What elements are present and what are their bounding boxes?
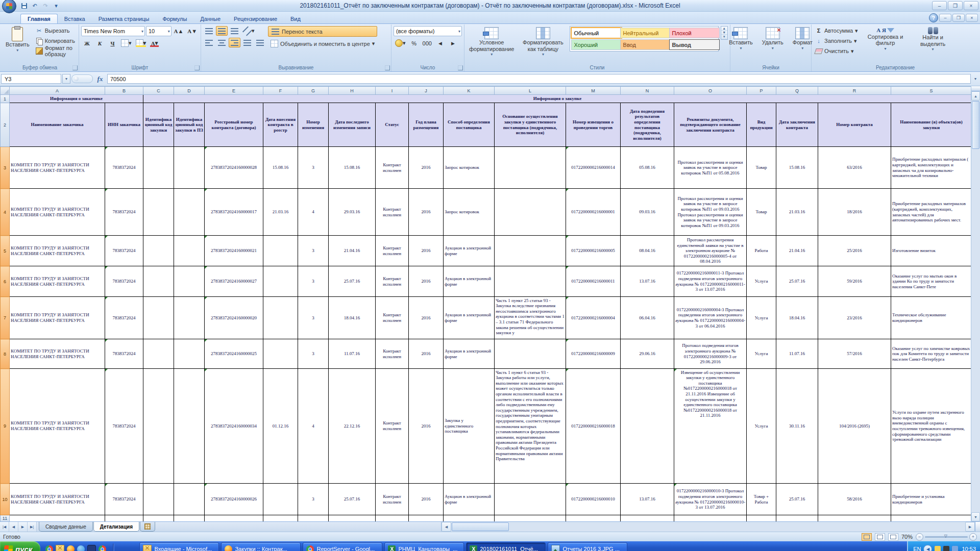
table-cell[interactable]: 15.08.16 bbox=[329, 147, 376, 189]
table-cell[interactable]: 7838372024 bbox=[105, 147, 143, 189]
copy-button[interactable]: Копировать bbox=[34, 36, 77, 45]
table-cell[interactable]: КОМИТЕТ ПО ТРУДУ И ЗАНЯТОСТИ НАСЕЛЕНИЯ С… bbox=[10, 266, 105, 297]
row-header[interactable]: 1 bbox=[1, 95, 10, 103]
insert-cells-button[interactable]: Вставить▾ bbox=[726, 26, 755, 52]
column-header[interactable]: A bbox=[10, 87, 105, 95]
comma-style-button[interactable]: 000 bbox=[421, 38, 433, 48]
table-cell[interactable] bbox=[495, 236, 566, 266]
table-cell[interactable]: 2016 bbox=[409, 484, 444, 515]
scroll-right-icon[interactable]: ▶ bbox=[965, 522, 975, 532]
row-header[interactable]: 7 bbox=[1, 297, 10, 339]
workbook-close-button[interactable]: × bbox=[966, 14, 978, 22]
column-header[interactable]: N bbox=[621, 87, 674, 95]
zoom-level-label[interactable]: 70% bbox=[901, 534, 913, 540]
tray-icon-3[interactable] bbox=[952, 546, 958, 551]
table-cell[interactable] bbox=[621, 369, 674, 484]
table-cell[interactable]: КОМИТЕТ ПО ТРУДУ И ЗАНЯТОСТИ НАСЕЛЕНИЯ С… bbox=[10, 369, 105, 484]
zoom-slider-thumb[interactable]: ▽ bbox=[944, 534, 947, 538]
row-header[interactable]: 4 bbox=[1, 189, 10, 236]
table-cell[interactable]: 05.08.16 bbox=[621, 147, 674, 189]
table-cell[interactable]: 4 bbox=[298, 369, 329, 484]
table-cell[interactable]: 27838372024160000027 bbox=[205, 266, 263, 297]
table-cell[interactable] bbox=[621, 515, 674, 522]
table-cell[interactable] bbox=[174, 297, 205, 339]
table-cell[interactable]: Контракт исполнен bbox=[376, 189, 409, 236]
table-cell[interactable]: 15.08.16 bbox=[776, 147, 818, 189]
name-box[interactable]: Y3 bbox=[1, 74, 61, 84]
table-cell[interactable] bbox=[409, 515, 444, 522]
table-header-cell[interactable]: Наименование заказчика bbox=[10, 103, 105, 147]
table-cell[interactable]: 59/2016 bbox=[818, 266, 891, 297]
table-cell[interactable]: 7838372024 bbox=[105, 297, 143, 339]
table-cell[interactable]: 25.07.16 bbox=[776, 484, 818, 515]
zoom-slider-track[interactable]: ▽ bbox=[925, 536, 968, 538]
column-header[interactable]: B bbox=[105, 87, 143, 95]
start-button[interactable]: пуск bbox=[0, 541, 40, 551]
table-cell[interactable] bbox=[174, 147, 205, 189]
column-header[interactable]: D bbox=[174, 87, 205, 95]
taskbar-clock[interactable]: 10:53 bbox=[962, 546, 976, 551]
table-cell[interactable] bbox=[143, 236, 174, 266]
prev-sheet-button[interactable]: ◀ bbox=[9, 522, 18, 532]
taskbar-window-button[interactable]: Закупки :: Контрак... bbox=[221, 542, 301, 551]
table-cell[interactable]: 27838372024160000020 bbox=[205, 297, 263, 339]
table-cell[interactable] bbox=[495, 339, 566, 369]
next-sheet-button[interactable]: ▶ bbox=[18, 522, 28, 532]
column-header[interactable]: R bbox=[818, 87, 891, 95]
underline-button[interactable]: Ч bbox=[107, 38, 118, 48]
table-cell[interactable]: Протокол подведения итогов электронного … bbox=[674, 339, 747, 369]
table-header-cell[interactable]: Наименование (я) объекта(ов) закупки bbox=[891, 103, 972, 147]
ribbon-tab[interactable]: Вставка bbox=[58, 14, 92, 23]
table-cell[interactable]: 7838372024 bbox=[105, 189, 143, 236]
table-header-cell[interactable]: Дата последнего изменения записи bbox=[329, 103, 376, 147]
italic-button[interactable]: К bbox=[94, 38, 106, 48]
table-cell[interactable]: 25.07.16 bbox=[776, 266, 818, 297]
save-button[interactable] bbox=[19, 2, 29, 10]
table-cell[interactable]: Запрос котировок bbox=[444, 147, 495, 189]
table-cell[interactable]: Контракт исполнен bbox=[376, 147, 409, 189]
table-cell[interactable]: 21.04.16 bbox=[776, 236, 818, 266]
formula-bar-expand-icon[interactable]: ▾ bbox=[972, 77, 979, 81]
align-center-button[interactable] bbox=[216, 38, 228, 47]
table-header-cell[interactable]: Номер контракта bbox=[818, 103, 891, 147]
table-cell[interactable]: Контракт исполнен bbox=[376, 297, 409, 339]
table-cell[interactable]: Закупка у единственного поставщика bbox=[444, 369, 495, 484]
column-header[interactable]: Q bbox=[776, 87, 818, 95]
formula-input[interactable]: 70500 bbox=[107, 74, 971, 84]
table-cell[interactable] bbox=[143, 147, 174, 189]
table-cell[interactable]: 2016 bbox=[409, 147, 444, 189]
table-cell[interactable]: 08.04.16 bbox=[621, 236, 674, 266]
table-cell[interactable]: 0172200000216000011 bbox=[566, 266, 621, 297]
table-cell[interactable]: 2016 bbox=[409, 369, 444, 484]
table-cell[interactable]: 0172200000216000001 bbox=[566, 189, 621, 236]
table-cell[interactable]: Работа bbox=[747, 236, 776, 266]
decrease-indent-button[interactable] bbox=[241, 38, 253, 47]
scroll-up-icon[interactable]: ▲ bbox=[971, 91, 980, 101]
table-cell[interactable] bbox=[298, 515, 329, 522]
table-cell[interactable]: 3 bbox=[298, 484, 329, 515]
increase-indent-button[interactable] bbox=[254, 38, 266, 47]
table-cell[interactable]: Товар + Работа bbox=[747, 484, 776, 515]
table-cell[interactable]: 0172200000216000010 bbox=[566, 484, 621, 515]
table-cell[interactable]: 25/2016 bbox=[818, 236, 891, 266]
conditional-formatting-button[interactable]: Условное форматирование▾ bbox=[467, 26, 517, 58]
qat-more-button[interactable]: ▾ bbox=[52, 2, 61, 10]
table-cell[interactable]: 0172200000216000004 bbox=[566, 297, 621, 339]
chrome-icon[interactable] bbox=[99, 545, 106, 551]
horizontal-scrollbar[interactable]: ◀ ▶ bbox=[441, 522, 980, 532]
table-cell[interactable]: 3 bbox=[298, 147, 329, 189]
column-header[interactable]: I bbox=[376, 87, 409, 95]
table-cell[interactable]: 2016 bbox=[409, 189, 444, 236]
workbook-restore-button[interactable]: ❐ bbox=[952, 14, 965, 22]
table-cell[interactable]: 21.03.16 bbox=[776, 189, 818, 236]
column-header[interactable]: G bbox=[298, 87, 329, 95]
table-cell[interactable]: 23/2016 bbox=[818, 297, 891, 339]
taskbar-window-button[interactable]: X201802161011_Отчё... bbox=[466, 542, 546, 551]
table-cell[interactable]: 3 bbox=[298, 297, 329, 339]
row-header[interactable]: 3 bbox=[1, 147, 10, 189]
table-cell[interactable]: 7838372024 bbox=[105, 339, 143, 369]
table-header-cell[interactable]: Идентификационный код закупки в ПЗ bbox=[174, 103, 205, 147]
column-header[interactable]: S bbox=[891, 87, 972, 95]
table-cell[interactable]: 0172200000216000018 bbox=[566, 369, 621, 484]
table-cell[interactable] bbox=[674, 515, 747, 522]
